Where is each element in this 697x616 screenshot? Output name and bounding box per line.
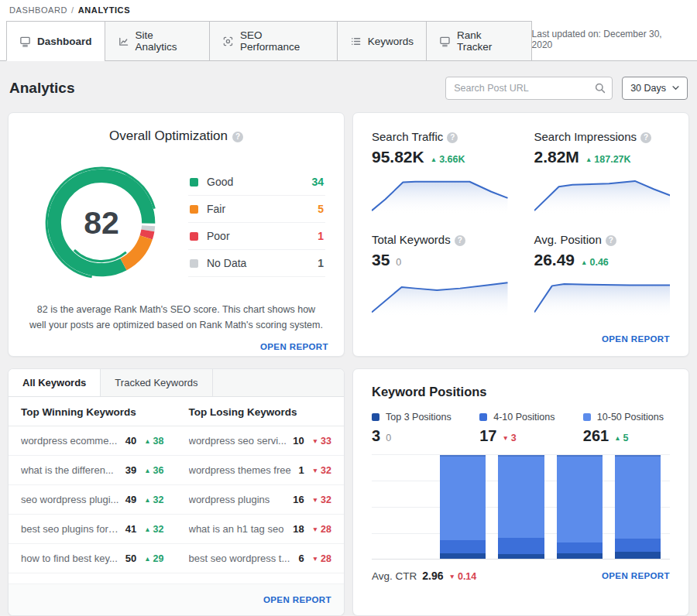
legend-top3: Top 3 Positions 30 — [372, 412, 452, 445]
avg-position-sparkline — [534, 277, 671, 317]
metric-search-traffic: Search Traffic 95.82K 3.66K — [372, 130, 508, 214]
traffic-metrics-card: Search Traffic 95.82K 3.66K Search Impre… — [352, 112, 689, 357]
keyword-position: 41 — [125, 523, 136, 535]
table-row: what is the differen...3936 wordpress th… — [9, 456, 344, 485]
keyword-text: wordpress themes free — [189, 464, 293, 476]
keyword-text: how to find best key... — [21, 553, 119, 564]
tab-tracked-keywords[interactable]: Tracked Keywords — [101, 369, 212, 396]
keyword-text: what is an h1 tag seo — [189, 523, 287, 535]
search-post-url-input[interactable] — [445, 77, 613, 100]
keyword-delta: 28 — [312, 524, 331, 535]
breadcrumb: DASHBOARD/ANALYTICS — [0, 0, 697, 21]
table-row: best seo plugins for ...4132 what is an … — [9, 515, 344, 544]
help-icon[interactable] — [447, 132, 458, 143]
list-icon — [350, 36, 362, 47]
pos4-10-swatch — [479, 413, 487, 421]
good-swatch — [190, 178, 198, 187]
stacked-bar — [615, 455, 661, 559]
date-range-select[interactable]: 30 Days — [622, 77, 688, 100]
tab-keywords[interactable]: Keywords — [337, 21, 426, 61]
up-triangle-icon — [581, 258, 587, 266]
bar-chart-icon — [118, 36, 129, 47]
monitor-icon — [439, 36, 451, 47]
down-triangle-icon — [502, 434, 508, 442]
poor-swatch — [190, 232, 198, 241]
search-icon — [594, 82, 606, 94]
losing-header: Top Losing Keywords — [177, 397, 345, 426]
chevron-down-icon — [672, 86, 679, 91]
monitor-icon — [19, 36, 31, 47]
keyword-delta: 33 — [312, 436, 331, 447]
stacked-bar — [440, 455, 486, 559]
last-updated-text: Last updated on: December 30, 2020 — [532, 29, 685, 60]
tab-all-keywords[interactable]: All Keywords — [9, 369, 101, 396]
tab-rank-tracker[interactable]: Rank Tracker — [426, 21, 532, 61]
keywords-table-header: Top Winning Keywords Top Losing Keywords — [9, 397, 344, 426]
open-report-link[interactable]: OPEN REPORT — [602, 571, 670, 580]
metric-delta: 187.27K — [585, 154, 631, 165]
stacked-bar — [498, 455, 544, 559]
help-icon[interactable] — [455, 235, 465, 246]
pos10-50-swatch — [583, 413, 591, 421]
breadcrumb-dashboard[interactable]: DASHBOARD — [9, 5, 67, 15]
keyword-position: 40 — [125, 435, 136, 447]
donut-legend: Good 34 Fair 5 Poor 1 N — [188, 169, 325, 277]
keyword-text: wordpress ecomme... — [21, 435, 119, 447]
search-post-url-box — [445, 77, 613, 100]
keyword-positions-legend: Top 3 Positions 30 4-10 Positions 173 10… — [372, 412, 670, 445]
keyword-text: wordpress plugins — [189, 494, 287, 505]
keyword-positions-title: Keyword Positions — [372, 385, 670, 399]
help-icon[interactable] — [606, 235, 616, 246]
keyword-position: 39 — [125, 464, 136, 476]
keyword-delta: 28 — [312, 553, 331, 564]
keyword-text: wordpress seo servi... — [189, 435, 287, 447]
tab-site-analytics[interactable]: Site Analytics — [105, 21, 210, 61]
keyword-delta: 29 — [144, 553, 163, 564]
up-triangle-icon — [431, 156, 437, 163]
legend-row-poor: Poor 1 — [188, 223, 325, 250]
down-triangle-icon — [312, 496, 318, 504]
score-description: 82 is the average Rank Math's SEO score.… — [24, 302, 328, 333]
breadcrumb-separator: / — [71, 5, 74, 15]
tab-label: Rank Tracker — [457, 29, 519, 53]
up-triangle-icon — [144, 467, 150, 474]
help-icon[interactable] — [640, 132, 651, 143]
open-report-link[interactable]: OPEN REPORT — [602, 334, 670, 344]
winning-header: Top Winning Keywords — [9, 397, 177, 426]
top3-swatch — [372, 413, 379, 421]
keyword-delta: 38 — [144, 436, 163, 447]
keyword-text: seo wordpress plugi... — [21, 494, 119, 505]
tab-dashboard[interactable]: Dashboard — [6, 21, 105, 61]
keyword-positions-bar-chart — [372, 454, 670, 560]
keyword-position: 49 — [125, 494, 136, 505]
table-row: wordpress ecomme...4038 wordpress seo se… — [9, 426, 344, 456]
up-triangle-icon — [144, 437, 150, 445]
total-keywords-sparkline — [372, 277, 508, 317]
legend-10-50: 10-50 Positions 2615 — [583, 412, 664, 445]
avg-ctr: Avg. CTR2.96 0.14 — [372, 570, 476, 582]
keyword-position: 10 — [293, 435, 304, 447]
down-triangle-icon — [312, 525, 318, 533]
tab-label: SEO Performance — [240, 29, 324, 53]
keyword-position: 1 — [298, 464, 304, 476]
admin-header: DASHBOARD/ANALYTICS Dashboard Site Analy… — [0, 0, 697, 61]
legend-row-fair: Fair 5 — [188, 196, 325, 223]
down-triangle-icon — [449, 573, 455, 580]
down-triangle-icon — [312, 437, 318, 445]
legend-row-good: Good 34 — [188, 169, 325, 196]
metric-delta: 0 — [396, 257, 401, 268]
tab-bar: Dashboard Site Analytics SEO Performance… — [0, 21, 697, 61]
table-row: seo wordpress plugi...4932 wordpress plu… — [9, 485, 344, 515]
search-impressions-sparkline — [534, 174, 671, 214]
open-report-link[interactable]: OPEN REPORT — [263, 595, 331, 604]
open-report-link[interactable]: OPEN REPORT — [260, 342, 328, 351]
down-triangle-icon — [312, 467, 318, 474]
tab-seo-performance[interactable]: SEO Performance — [209, 21, 337, 61]
help-icon[interactable] — [232, 132, 243, 142]
stacked-bar — [557, 455, 603, 559]
up-triangle-icon — [144, 496, 150, 504]
analytics-page: Analytics 30 Days Overall Optimization — [0, 61, 697, 616]
up-triangle-icon — [144, 525, 150, 533]
keyword-position: 50 — [125, 553, 136, 564]
keyword-delta: 32 — [144, 495, 163, 505]
